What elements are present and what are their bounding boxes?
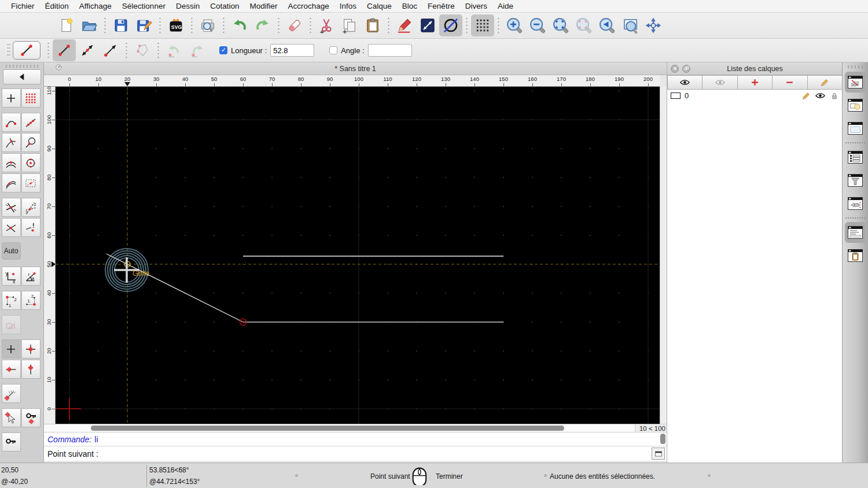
snap-grid-button[interactable] xyxy=(21,88,41,108)
save-as-button[interactable] xyxy=(133,14,156,36)
line-both-directions-button[interactable] xyxy=(76,39,99,61)
angle-input[interactable] xyxy=(368,44,412,57)
layer-visible-icon[interactable] xyxy=(815,90,826,101)
toggle-clipboard-button[interactable] xyxy=(845,245,866,266)
snap-endpoints-button[interactable] xyxy=(2,113,21,132)
toggle-entity-list-button[interactable] xyxy=(845,147,866,168)
new-document-button[interactable] xyxy=(54,14,78,36)
layer-color-swatch[interactable] xyxy=(671,93,681,99)
line-segment-button[interactable] xyxy=(53,39,76,61)
ray-button[interactable] xyxy=(99,39,122,61)
toggle-block-list-button[interactable] xyxy=(845,95,866,116)
open-button[interactable] xyxy=(78,14,101,36)
canvas-horizontal-scrollbar[interactable]: 10 < 100 xyxy=(44,424,667,432)
show-all-layers-button[interactable] xyxy=(667,75,703,90)
length-input[interactable] xyxy=(270,44,314,57)
layer-lock-icon[interactable] xyxy=(830,91,839,101)
menu-calque[interactable]: Calque xyxy=(362,0,397,13)
delete-button[interactable] xyxy=(283,14,306,36)
snap-intersection-button[interactable] xyxy=(2,198,21,217)
grid-toggle-button[interactable] xyxy=(471,14,494,36)
edit-layer-button[interactable] xyxy=(808,75,843,90)
back-button[interactable] xyxy=(3,69,41,84)
toggle-layer-list-button[interactable] xyxy=(845,72,866,93)
menu-fichier[interactable]: Fichier xyxy=(6,0,40,13)
snap-intersection-manual-button[interactable]: 12 xyxy=(21,198,41,217)
snap-on-entity-button[interactable] xyxy=(21,113,41,132)
restrict-orthogonal-button[interactable] xyxy=(21,339,41,358)
menu-modifier[interactable]: Modifier xyxy=(244,0,282,13)
angle-meter-button[interactable] xyxy=(2,384,21,403)
restrict-vertical-button[interactable] xyxy=(21,360,41,379)
snap-cross-button[interactable] xyxy=(2,218,21,237)
snap-distance-button[interactable] xyxy=(2,173,21,193)
pen-edit-button[interactable] xyxy=(393,14,416,36)
panel-float-button[interactable] xyxy=(682,65,690,73)
print-preview-button[interactable] xyxy=(196,14,219,36)
menu-dessin[interactable]: Dessin xyxy=(171,0,205,13)
menu-cotation[interactable]: Cotation xyxy=(205,0,244,13)
paste-button[interactable] xyxy=(361,14,384,36)
length-checkbox[interactable] xyxy=(219,46,227,54)
snap-center-button[interactable] xyxy=(21,153,41,172)
menu-edition[interactable]: Édition xyxy=(40,0,74,13)
menu-fenetre[interactable]: Fenêtre xyxy=(422,0,460,13)
toggle-command-line-button[interactable] xyxy=(845,222,866,243)
zoom-pan-button[interactable] xyxy=(642,14,665,36)
add-layer-button[interactable] xyxy=(738,75,773,90)
corner-second-button[interactable]: 12 xyxy=(21,291,41,310)
snap-auto-button[interactable]: Auto xyxy=(2,242,21,260)
snap-perpendicular-button[interactable] xyxy=(21,133,41,152)
coordinate-cartesian-button[interactable]: yx xyxy=(2,267,21,286)
zoom-out-button[interactable] xyxy=(526,14,549,36)
remove-layer-button[interactable] xyxy=(773,75,807,90)
command-line[interactable]: Point suivant : xyxy=(44,446,667,461)
menu-accrochage[interactable]: Accrochage xyxy=(282,0,334,13)
snap-tangent-button[interactable] xyxy=(2,133,21,152)
menu-aide[interactable]: Aide xyxy=(492,0,518,13)
restrict-horizontal-button[interactable] xyxy=(2,360,21,379)
drawing-canvas[interactable]: Grille xyxy=(56,87,660,424)
layer-row[interactable]: 0 xyxy=(667,90,843,102)
menu-affichage[interactable]: Affichage xyxy=(74,0,117,13)
lock-relative-zero-button[interactable] xyxy=(21,408,41,427)
corner-first-button[interactable]: 12 xyxy=(2,291,21,310)
history-scrollbar-thumb[interactable] xyxy=(660,434,665,444)
toggle-library-button[interactable] xyxy=(845,118,866,139)
copy-button[interactable] xyxy=(338,14,361,36)
panel-close-button[interactable] xyxy=(671,65,679,73)
command-input[interactable] xyxy=(101,448,652,460)
redo-button[interactable] xyxy=(251,14,274,36)
hide-all-layers-button[interactable] xyxy=(703,75,737,90)
lock-position-button[interactable] xyxy=(2,432,21,452)
construction-mode-button[interactable] xyxy=(439,14,462,36)
layer-edit-icon[interactable] xyxy=(801,91,811,101)
scrollbar-track[interactable] xyxy=(44,424,635,432)
snap-force-button[interactable]: ! xyxy=(21,218,41,237)
set-relative-zero-button[interactable] xyxy=(2,408,21,427)
zoom-in-button[interactable] xyxy=(503,14,526,36)
svg-export-button[interactable]: SVG xyxy=(164,14,187,36)
snap-reference-button[interactable] xyxy=(21,173,41,193)
canvas-vertical-scrollbar[interactable] xyxy=(660,87,667,424)
toggle-notification-button[interactable] xyxy=(845,193,866,214)
measure-button[interactable] xyxy=(416,14,439,36)
toggle-filter-button[interactable] xyxy=(845,170,866,191)
menu-bloc[interactable]: Bloc xyxy=(397,0,422,13)
restrict-nothing-button[interactable] xyxy=(2,339,21,358)
coordinate-polar-button[interactable]: ra xyxy=(21,267,41,286)
save-button[interactable] xyxy=(109,14,133,36)
zoom-window-button[interactable] xyxy=(619,14,642,36)
snap-middle-button[interactable] xyxy=(2,153,21,172)
menu-divers[interactable]: Divers xyxy=(460,0,492,13)
menu-selectionner[interactable]: Sélectionner xyxy=(117,0,171,13)
snap-free-button[interactable] xyxy=(2,88,21,108)
angle-checkbox[interactable] xyxy=(329,46,337,54)
command-window-button[interactable] xyxy=(652,448,665,460)
zoom-previous-button[interactable] xyxy=(595,14,619,36)
scrollbar-thumb[interactable] xyxy=(91,426,564,431)
cut-button[interactable] xyxy=(315,14,338,36)
menu-infos[interactable]: Infos xyxy=(334,0,362,13)
zoom-auto-button[interactable] xyxy=(549,14,572,36)
undo-button[interactable] xyxy=(228,14,251,36)
